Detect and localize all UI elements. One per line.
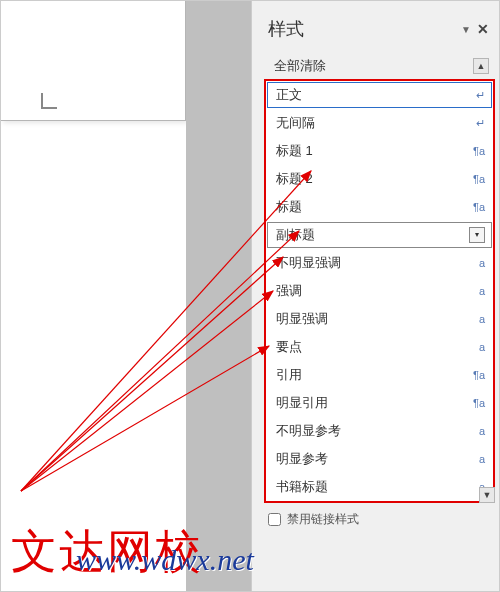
- style-row[interactable]: 要点a: [266, 333, 493, 361]
- style-row[interactable]: 无间隔↵: [266, 109, 493, 137]
- panel-title: 样式: [268, 17, 304, 41]
- style-row[interactable]: 明显引用¶a: [266, 389, 493, 417]
- styles-list-wrap: 全部清除 ▲ 正文↵无间隔↵标题 1¶a标题 2¶a标题¶a副标题▾不明显强调a…: [264, 53, 495, 503]
- style-type-marker: a: [479, 341, 485, 353]
- style-label: 强调: [276, 282, 302, 300]
- styles-panel: 样式 ▼ ✕ 全部清除 ▲ 正文↵无间隔↵标题 1¶a标题 2¶a标题¶a副标题…: [251, 1, 500, 592]
- panel-menu-caret[interactable]: ▼: [461, 24, 471, 35]
- style-type-marker: ¶a: [473, 369, 485, 381]
- style-label: 明显引用: [276, 394, 328, 412]
- style-type-marker: a: [479, 257, 485, 269]
- document-page: [1, 1, 186, 121]
- style-row[interactable]: 明显强调a: [266, 305, 493, 333]
- style-label: 书籍标题: [276, 478, 328, 496]
- panel-controls: ▼ ✕: [461, 21, 489, 37]
- style-label: 正文: [276, 86, 302, 104]
- panel-close-button[interactable]: ✕: [477, 21, 489, 37]
- style-type-marker: ↵: [476, 89, 485, 102]
- style-type-marker: ¶a: [473, 145, 485, 157]
- clear-all-label: 全部清除: [274, 57, 326, 75]
- style-label: 明显参考: [276, 450, 328, 468]
- style-type-marker: ¶a: [473, 173, 485, 185]
- gutter: [186, 1, 251, 592]
- style-row[interactable]: 标题 2¶a: [266, 165, 493, 193]
- scroll-up-button[interactable]: ▲: [473, 58, 489, 74]
- disable-linked-styles-checkbox[interactable]: [268, 513, 281, 526]
- style-type-marker: ¶a: [473, 201, 485, 213]
- style-label: 标题 2: [276, 170, 313, 188]
- style-label: 无间隔: [276, 114, 315, 132]
- style-type-marker: a: [479, 313, 485, 325]
- style-row[interactable]: 不明显强调a: [266, 249, 493, 277]
- style-row[interactable]: 强调a: [266, 277, 493, 305]
- style-type-marker: a: [479, 425, 485, 437]
- scroll-down-button[interactable]: ▼: [479, 487, 495, 503]
- style-row[interactable]: 引用¶a: [266, 361, 493, 389]
- style-row[interactable]: 书籍标题a: [266, 473, 493, 501]
- style-row[interactable]: 标题 1¶a: [266, 137, 493, 165]
- style-row[interactable]: 标题¶a: [266, 193, 493, 221]
- disable-linked-styles-row[interactable]: 禁用链接样式: [252, 505, 500, 534]
- style-label: 副标题: [276, 226, 315, 244]
- page-corner-mark: [41, 93, 57, 109]
- style-row[interactable]: 副标题▾: [266, 221, 493, 249]
- clear-all-row[interactable]: 全部清除 ▲: [264, 53, 495, 79]
- style-type-marker: a: [479, 453, 485, 465]
- panel-header: 样式 ▼ ✕: [252, 1, 500, 51]
- style-row[interactable]: 正文↵: [266, 81, 493, 109]
- style-label: 要点: [276, 338, 302, 356]
- style-label: 引用: [276, 366, 302, 384]
- style-type-marker: ↵: [476, 117, 485, 130]
- style-row[interactable]: 不明显参考a: [266, 417, 493, 445]
- style-type-marker: ¶a: [473, 397, 485, 409]
- styles-list: 正文↵无间隔↵标题 1¶a标题 2¶a标题¶a副标题▾不明显强调a强调a明显强调…: [264, 79, 495, 503]
- style-label: 不明显强调: [276, 254, 341, 272]
- style-dropdown-button[interactable]: ▾: [469, 227, 485, 243]
- style-label: 明显强调: [276, 310, 328, 328]
- style-label: 不明显参考: [276, 422, 341, 440]
- style-label: 标题 1: [276, 142, 313, 160]
- disable-linked-styles-label: 禁用链接样式: [287, 511, 359, 528]
- style-type-marker: a: [479, 285, 485, 297]
- style-label: 标题: [276, 198, 302, 216]
- style-row[interactable]: 明显参考a: [266, 445, 493, 473]
